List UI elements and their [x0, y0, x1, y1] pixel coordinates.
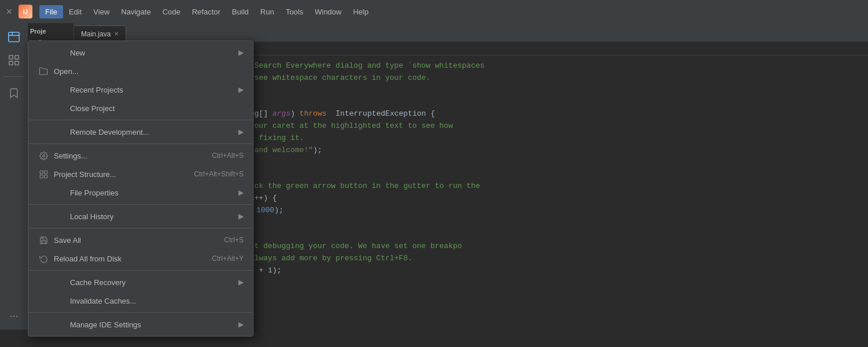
- svg-rect-7: [44, 171, 47, 174]
- menu-navigate[interactable]: Navigate: [115, 5, 156, 19]
- menu-item-project-structure-label: Project Structure...: [54, 170, 194, 179]
- app-logo: IJ: [19, 5, 32, 19]
- menu-code[interactable]: Code: [157, 5, 186, 19]
- menu-item-remote-dev[interactable]: Remote Development... ▶: [28, 123, 253, 141]
- menu-window[interactable]: Window: [309, 5, 347, 19]
- svg-rect-9: [44, 175, 47, 178]
- svg-rect-1: [9, 56, 13, 59]
- manage-ide-icon: [38, 319, 49, 330]
- menu-item-file-properties-label: File Properties: [70, 189, 234, 197]
- menu-item-local-history[interactable]: Local History ▶: [28, 207, 253, 226]
- menu-item-save-all[interactable]: Save All Ctrl+S: [28, 231, 253, 249]
- reload-shortcut: Ctrl+Alt+Y: [212, 254, 244, 263]
- menu-item-manage-ide[interactable]: Manage IDE Settings ▶: [28, 315, 253, 334]
- file-properties-icon: [38, 187, 49, 198]
- menu-item-file-properties[interactable]: File Properties ▶: [28, 183, 253, 202]
- svg-point-5: [42, 154, 45, 157]
- tab-close-main-java[interactable]: ✕: [114, 31, 119, 37]
- file-properties-arrow-icon: ▶: [238, 189, 244, 197]
- menu-item-invalidate-caches-label: Invalidate Caches...: [70, 297, 244, 305]
- file-menu-dropdown: New ▶ Open... Recent Projects ▶: [28, 40, 253, 337]
- menu-item-open-label: Open...: [54, 67, 244, 76]
- menu-help[interactable]: Help: [347, 5, 374, 19]
- separator-4: [28, 228, 253, 228]
- menu-item-close-project[interactable]: Close Project: [28, 99, 253, 117]
- menu-item-new-label: New: [70, 49, 234, 57]
- menu-tools[interactable]: Tools: [280, 5, 309, 19]
- main-layout: ··· Proje ▶ C ▶ 🗎 ▶ ≡ New ▶: [0, 23, 868, 330]
- menu-item-invalidate-caches[interactable]: Invalidate Caches...: [28, 291, 253, 310]
- cache-recovery-icon: [38, 276, 49, 288]
- close-project-icon: [38, 102, 49, 114]
- menu-item-reload[interactable]: Reload All from Disk Ctrl+Alt+Y: [28, 249, 253, 268]
- svg-rect-0: [9, 32, 19, 42]
- menu-item-open[interactable]: Open...: [28, 62, 253, 80]
- menu-item-recent-projects[interactable]: Recent Projects ▶: [28, 80, 253, 99]
- save-all-icon: [38, 234, 49, 246]
- save-all-shortcut: Ctrl+S: [224, 236, 244, 244]
- sidebar-icon-more[interactable]: ···: [5, 307, 23, 325]
- settings-icon: [38, 150, 49, 161]
- menu-item-cache-recovery[interactable]: Cache Recovery ▶: [28, 273, 253, 291]
- svg-rect-4: [15, 61, 19, 65]
- separator-3: [28, 204, 253, 205]
- project-structure-icon: [38, 168, 49, 180]
- recent-projects-arrow-icon: ▶: [238, 86, 244, 94]
- svg-rect-8: [40, 175, 43, 178]
- sidebar-icons: ···: [0, 23, 28, 330]
- dropdown-menu: New ▶ Open... Recent Projects ▶: [28, 40, 253, 337]
- open-icon: [38, 65, 49, 77]
- remote-dev-icon: [38, 126, 49, 138]
- menu-item-settings[interactable]: Settings... Ctrl+Alt+S: [28, 146, 253, 165]
- project-structure-shortcut: Ctrl+Alt+Shift+S: [194, 170, 244, 178]
- svg-rect-6: [40, 171, 43, 174]
- menu-item-save-all-label: Save All: [54, 236, 224, 245]
- remote-dev-arrow-icon: ▶: [238, 128, 244, 136]
- separator-5: [28, 270, 253, 271]
- separator-6: [28, 312, 253, 313]
- menu-item-cache-recovery-label: Cache Recovery: [70, 278, 234, 287]
- recent-projects-icon: [38, 84, 49, 95]
- cache-recovery-arrow-icon: ▶: [238, 278, 244, 286]
- menu-item-remote-dev-label: Remote Development...: [70, 128, 234, 136]
- separator-1: [28, 120, 253, 120]
- menu-bar: File Edit View Navigate Code Refactor Bu…: [37, 3, 863, 20]
- menu-item-manage-ide-label: Manage IDE Settings: [70, 320, 234, 329]
- menu-item-close-project-label: Close Project: [70, 104, 244, 113]
- sidebar-icon-structure[interactable]: [5, 51, 23, 69]
- menu-build[interactable]: Build: [226, 5, 255, 19]
- new-icon: [38, 47, 49, 58]
- local-history-icon: [38, 211, 49, 222]
- menu-file[interactable]: File: [39, 5, 63, 19]
- menu-item-reload-label: Reload All from Disk: [54, 254, 212, 263]
- menu-item-project-structure[interactable]: Project Structure... Ctrl+Alt+Shift+S: [28, 165, 253, 183]
- close-button[interactable]: ✕: [5, 7, 14, 16]
- tab-label-main-java: Main.java: [81, 30, 111, 38]
- menu-run[interactable]: Run: [255, 5, 280, 19]
- menu-item-new[interactable]: New ▶: [28, 43, 253, 62]
- menu-item-settings-label: Settings...: [54, 152, 212, 160]
- menu-edit[interactable]: Edit: [63, 5, 87, 19]
- manage-ide-arrow-icon: ▶: [238, 320, 244, 328]
- new-arrow-icon: ▶: [238, 49, 244, 57]
- invalidate-caches-icon: [38, 295, 49, 307]
- project-panel-title: Proje: [30, 28, 71, 35]
- svg-rect-3: [9, 61, 13, 65]
- local-history-arrow-icon: ▶: [238, 212, 244, 220]
- svg-rect-2: [15, 56, 19, 59]
- menu-refactor[interactable]: Refactor: [186, 5, 226, 19]
- menu-item-recent-projects-label: Recent Projects: [70, 86, 234, 94]
- menu-view[interactable]: View: [87, 5, 115, 19]
- sidebar-icon-project[interactable]: [5, 28, 23, 46]
- separator-2: [28, 143, 253, 144]
- editor-tab-main-java[interactable]: Main.java ✕: [74, 25, 126, 42]
- settings-shortcut: Ctrl+Alt+S: [212, 152, 244, 160]
- title-bar: ✕ IJ File Edit View Navigate Code Refact…: [0, 0, 868, 23]
- menu-item-local-history-label: Local History: [70, 212, 234, 221]
- sidebar-icon-bookmark[interactable]: [5, 84, 23, 102]
- reload-icon: [38, 253, 49, 264]
- editor-tabs: Main.java ✕: [74, 23, 868, 42]
